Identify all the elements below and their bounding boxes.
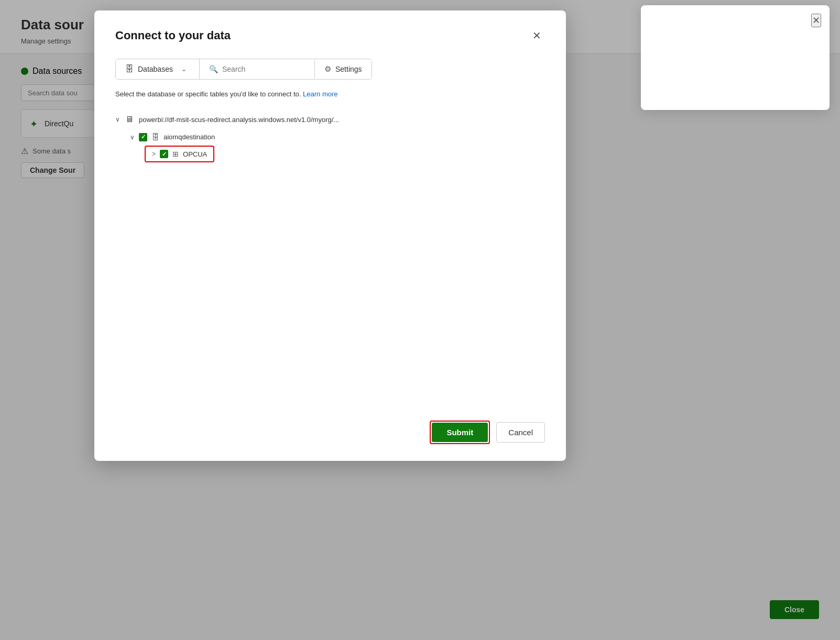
databases-icon: 🗄 bbox=[125, 64, 134, 74]
outer-dialog-close-button[interactable]: ✕ bbox=[811, 14, 821, 27]
description-text: Select the database or specific tables y… bbox=[115, 90, 301, 98]
main-dialog: Connect to your data ✕ 🗄 Databases ⌄ 🔍 ⚙… bbox=[94, 10, 566, 461]
dialog-close-button[interactable]: ✕ bbox=[528, 27, 545, 44]
tree-child-checkbox[interactable]: ✓ bbox=[139, 133, 147, 141]
checkbox-check-icon: ✓ bbox=[141, 134, 146, 140]
tree-child-chevron[interactable]: ∨ bbox=[130, 134, 135, 141]
dialog-footer: Submit Cancel bbox=[430, 421, 545, 444]
chevron-down-icon: ⌄ bbox=[181, 65, 187, 73]
description-row: Select the database or specific tables y… bbox=[115, 90, 545, 98]
tree-folder-icon: 🗄 bbox=[151, 133, 159, 141]
tree-grandchild-checkbox[interactable]: ✓ bbox=[160, 150, 168, 158]
tree-child-row: ∨ ✓ 🗄 aiomqdestination bbox=[130, 128, 545, 146]
tree-grandchild-container: > ✓ ⊞ OPCUA bbox=[145, 146, 545, 162]
cancel-button[interactable]: Cancel bbox=[496, 422, 545, 443]
settings-icon: ⚙ bbox=[324, 64, 331, 74]
learn-more-link[interactable]: Learn more bbox=[303, 90, 337, 98]
toolbar-row: 🗄 Databases ⌄ 🔍 ⚙ Settings bbox=[115, 59, 372, 80]
databases-label: Databases bbox=[138, 65, 173, 73]
grandchild-checkbox-check-icon: ✓ bbox=[162, 151, 167, 158]
tree-root-icon: 🖥 bbox=[125, 115, 134, 124]
dialog-title: Connect to your data bbox=[115, 29, 231, 42]
tree-root-label: powerbi://df-msit-scus-redirect.analysis… bbox=[139, 116, 339, 124]
tree-root-row: ∨ 🖥 powerbi://df-msit-scus-redirect.anal… bbox=[115, 111, 545, 128]
tree-child-container: ∨ ✓ 🗄 aiomqdestination > ✓ ⊞ OPCUA bbox=[130, 128, 545, 162]
search-area: 🔍 bbox=[200, 60, 315, 79]
tree-grandchild-chevron[interactable]: > bbox=[152, 150, 156, 158]
submit-btn-wrapper: Submit bbox=[430, 421, 490, 444]
tree-grandchild-label: OPCUA bbox=[183, 150, 207, 158]
outer-dialog: ✕ bbox=[641, 5, 830, 110]
databases-dropdown[interactable]: 🗄 Databases ⌄ bbox=[116, 59, 200, 79]
settings-button[interactable]: ⚙ Settings bbox=[315, 59, 372, 79]
search-input[interactable] bbox=[222, 65, 296, 73]
tree-child-label: aiomqdestination bbox=[163, 133, 215, 141]
settings-label: Settings bbox=[335, 65, 362, 73]
tree-view: ∨ 🖥 powerbi://df-msit-scus-redirect.anal… bbox=[115, 111, 545, 162]
opcua-highlight-wrapper: > ✓ ⊞ OPCUA bbox=[145, 146, 214, 162]
submit-button[interactable]: Submit bbox=[432, 423, 488, 442]
dialog-header: Connect to your data ✕ bbox=[115, 27, 545, 44]
search-icon: 🔍 bbox=[209, 65, 218, 73]
tree-table-icon: ⊞ bbox=[172, 150, 179, 158]
opcua-row: > ✓ ⊞ OPCUA bbox=[146, 147, 213, 161]
tree-root-chevron[interactable]: ∨ bbox=[115, 116, 120, 123]
